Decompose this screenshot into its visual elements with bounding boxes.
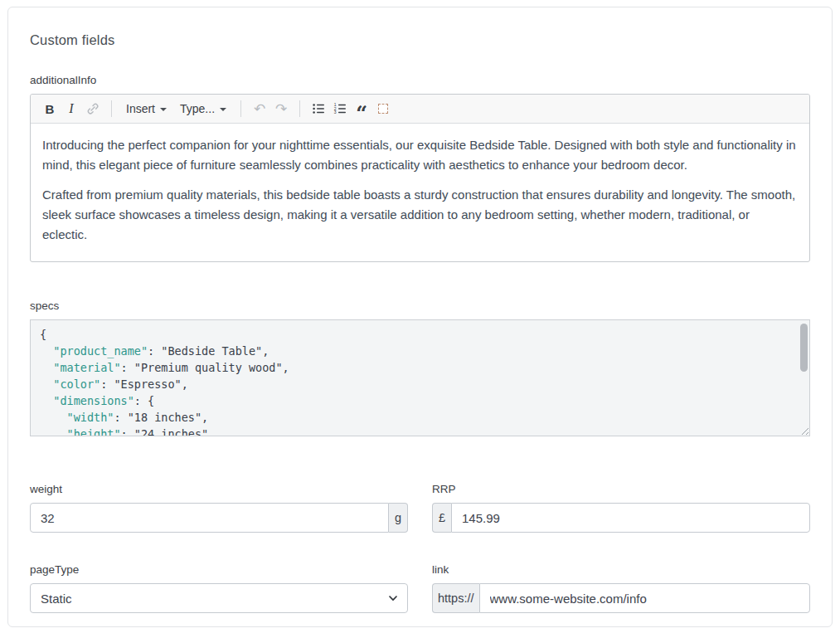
code-line: "product_name": "Bedside Table", [40, 343, 789, 359]
additionalinfo-label: additionalInfo [30, 74, 810, 86]
bold-button[interactable]: B [39, 98, 61, 119]
weight-input[interactable] [30, 503, 389, 533]
weight-label: weight [30, 483, 408, 495]
chevron-down-icon [220, 108, 226, 111]
pagetype-select-wrap: Static [30, 583, 408, 613]
rrp-field-group: RRP £ [432, 483, 810, 533]
panel-title: Custom fields [30, 32, 810, 48]
weight-input-group: g [30, 503, 408, 533]
weight-field-group: weight g [30, 483, 408, 533]
field-row-pagetype-link: pageType Static link https:// [30, 563, 810, 613]
toolbar-divider [111, 100, 112, 117]
blockquote-button[interactable]: “ [351, 98, 372, 119]
type-dropdown-label: Type... [180, 102, 215, 115]
code-line: "material": "Premium quality wood", [40, 359, 789, 376]
code-line: { [40, 326, 789, 343]
field-row-weight-rrp: weight g RRP £ [30, 483, 810, 533]
toolbar-divider [240, 100, 241, 117]
pagetype-select[interactable]: Static [30, 583, 408, 613]
rich-text-editor: B I Insert Type. [30, 94, 810, 262]
pagetype-field-group: pageType Static [30, 563, 408, 613]
svg-text:3: 3 [334, 110, 337, 114]
type-dropdown[interactable]: Type... [173, 98, 233, 119]
link-label: link [432, 563, 810, 576]
blockquote-icon: “ [356, 110, 367, 118]
specs-code-editor[interactable]: { "product_name": "Bedside Table", "mate… [30, 319, 810, 436]
rte-toolbar: B I Insert Type. [31, 95, 809, 124]
specs-scrollbar[interactable] [800, 322, 808, 436]
link-button[interactable] [82, 98, 104, 119]
code-line: "width": "18 inches", [40, 409, 789, 426]
rrp-label: RRP [432, 483, 810, 495]
custom-fields-panel: Custom fields additionalInfo B I [7, 7, 833, 627]
dashed-box-icon [378, 104, 388, 114]
code-line: "dimensions": { [40, 392, 789, 409]
undo-icon: ↶ [254, 100, 265, 117]
chevron-down-icon [160, 108, 167, 111]
rte-content-area[interactable]: Introducing the perfect companion for yo… [31, 124, 809, 261]
insert-dropdown[interactable]: Insert [119, 98, 173, 119]
link-input-group: https:// [432, 583, 810, 613]
editor-paragraph: Introducing the perfect companion for yo… [42, 135, 798, 175]
specs-label: specs [30, 300, 810, 312]
link-icon [85, 101, 100, 116]
link-input[interactable] [479, 583, 810, 613]
rrp-currency-addon: £ [432, 503, 451, 533]
weight-unit-addon: g [389, 503, 408, 533]
container-block-button[interactable] [372, 98, 394, 119]
pagetype-label: pageType [30, 563, 408, 576]
specs-code-content: { "product_name": "Bedside Table", "mate… [31, 320, 809, 436]
code-line: "height": "24 inches", [40, 426, 789, 436]
toolbar-divider [299, 100, 300, 117]
link-protocol-addon: https:// [432, 583, 479, 613]
redo-button[interactable]: ↷ [270, 98, 292, 119]
editor-paragraph: Crafted from premium quality materials, … [42, 185, 798, 245]
italic-button[interactable]: I [61, 98, 82, 119]
rrp-input[interactable] [451, 503, 810, 533]
numbered-list-icon: 123 [333, 101, 347, 116]
undo-button[interactable]: ↶ [249, 98, 270, 119]
insert-dropdown-label: Insert [126, 102, 155, 115]
code-line: "color": "Espresso", [40, 376, 789, 392]
rrp-input-group: £ [432, 503, 810, 533]
bullet-list-icon [311, 101, 326, 116]
redo-icon: ↷ [275, 100, 287, 117]
link-field-group: link https:// [432, 563, 810, 613]
numbered-list-button[interactable]: 123 [329, 98, 351, 119]
scrollbar-thumb[interactable] [800, 324, 808, 372]
bullet-list-button[interactable] [308, 98, 329, 119]
